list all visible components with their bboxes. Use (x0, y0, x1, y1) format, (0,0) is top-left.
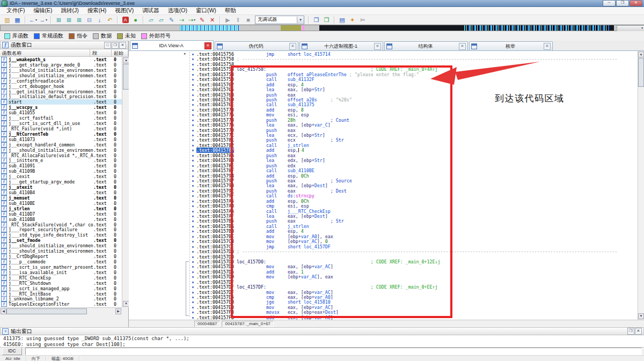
function-row[interactable]: fj___isa_available_init.text0 (0, 270, 122, 275)
disasm-line[interactable]: .text:004157FB add ecx, [ebp+var_AC] (196, 315, 636, 320)
close-button[interactable]: ✕ (630, 0, 642, 6)
function-row[interactable]: fj__initterm_e.text0 (0, 158, 122, 164)
function-row[interactable]: fj__get_initial_narrow_environment.text0 (0, 89, 122, 94)
debugger-pause-button[interactable]: ‖ (233, 16, 243, 24)
functions-horizontal-scrollbar[interactable]: ◀ ▶ (0, 307, 122, 314)
function-row[interactable]: f_RTC_AllocaFailure(void *,_RTC_ALLOCA_.… (0, 153, 122, 158)
tab-structures[interactable]: 结构体✕ (384, 41, 468, 50)
add-chart-icon[interactable]: ▱ (147, 16, 156, 24)
tab-enums[interactable]: 枚举✕ (469, 41, 553, 50)
patch-icon[interactable]: ✎ (197, 16, 207, 24)
column-function-name[interactable]: 函数名称 (0, 49, 90, 57)
function-row[interactable]: fj__wmakepath_s.text0 (0, 57, 122, 62)
function-row[interactable]: fj__configthreadlocale.text0 (0, 78, 122, 84)
minimize-button[interactable]: ─ (603, 0, 616, 6)
step-over-icon[interactable]: ⇢ (177, 16, 186, 24)
function-row[interactable]: fj_unknown_libname_2.text0 (0, 296, 122, 301)
tab-hex-view-1[interactable]: 十六进制视图-1✕ (299, 41, 383, 50)
function-row[interactable]: fj___should_initialize_environment_2.tex… (0, 148, 122, 153)
function-row[interactable]: fj__atexit.text0 (0, 185, 122, 190)
function-row[interactable]: fj___crt_debugger_hook.text0 (0, 84, 122, 89)
debugger-play-button[interactable]: ▶ (223, 16, 232, 24)
output-float-button[interactable]: ❐ (627, 328, 634, 335)
debugger-select[interactable]: 无调试器▾ (255, 16, 304, 24)
title-bar[interactable]: IDA - reverse_3.exe C:\Users\jjr\Downloa… (0, 0, 644, 7)
open-file-button[interactable]: ▥ (3, 16, 12, 24)
function-row[interactable]: fj___get_startup_argv_mode_0.text0 (0, 62, 122, 68)
scroll-right-icon[interactable]: ▶ (115, 308, 121, 314)
column-segment[interactable]: 段 (90, 49, 112, 57)
function-row[interactable]: fsub_4110BE.text0 (0, 201, 122, 206)
function-row[interactable]: fj___should_initialize_environment_4.tex… (0, 248, 122, 254)
function-row[interactable]: fj___should_initialize_environment_1.tex… (0, 243, 122, 248)
column-start[interactable]: 起始 (112, 49, 128, 57)
scroll-thumb[interactable] (638, 58, 644, 87)
function-row[interactable]: fj___get_startup_argv_mode.text0 (0, 179, 122, 185)
command-input[interactable] (25, 348, 642, 355)
menu-edit[interactable]: 编辑(E) (29, 7, 56, 14)
function-row[interactable]: fsub_411073.text0 (0, 137, 122, 142)
tab-ida-view-a[interactable]: IDA View-A✕ (130, 40, 214, 50)
function-row[interactable]: fj_memset.text0 (0, 195, 122, 201)
step-into-icon[interactable]: ⇢▾ (187, 16, 196, 24)
function-row[interactable]: fsub_41109B.text0 (0, 168, 122, 174)
function-row[interactable]: f_RTC_StackFailure(void *,char const *).… (0, 222, 122, 227)
function-row[interactable]: fj__NtCurrentTeb.text0 (0, 131, 122, 137)
function-row[interactable]: fj__cexit.text0 (0, 174, 122, 179)
function-row[interactable]: fj___p__commode.text0 (0, 259, 122, 264)
panel-restore-button[interactable]: □ (104, 42, 111, 49)
add-graph-icon[interactable]: ▱ (157, 16, 166, 24)
debugger-stop-button[interactable]: ■ (244, 16, 253, 24)
tab-close-icon[interactable]: ✕ (204, 42, 211, 49)
function-row[interactable]: fj___should_initialize_environment_0.tex… (0, 73, 122, 78)
function-row[interactable]: fj__set_fmode.text0 (0, 238, 122, 243)
function-row[interactable]: fj___std_type_info_destroy_list.text0 (0, 232, 122, 238)
function-row[interactable]: fsub_4110D7.text0 (0, 211, 122, 217)
function-row[interactable]: fj__except_handler4_common.text0 (0, 142, 122, 148)
function-row[interactable]: fj___scrt_fastfail.text0 (0, 115, 122, 121)
function-row[interactable]: fj___scrt_is_ucrt_dll_in_use.text0 (0, 121, 122, 126)
scroll-down-icon[interactable]: ▼ (638, 313, 644, 319)
jump-by-name-icon[interactable]: ⊞ (64, 16, 74, 24)
function-row[interactable]: f_RTC_Failure(void *,int).text0 (0, 126, 122, 131)
functions-vertical-scrollbar[interactable]: ▲ ▼ (122, 57, 129, 307)
jump-to-segment-icon[interactable]: ⊞ (75, 16, 84, 24)
navigate-forward-button[interactable]: →▾ (39, 16, 48, 24)
function-row[interactable]: fsub_4110B4.text0 (0, 190, 122, 195)
menu-view[interactable]: 视图(V) (111, 7, 138, 14)
output-panel-header[interactable]: ≡ 输出窗口 ❐✕ (0, 327, 644, 335)
function-row[interactable]: fj___initialize_default_precision.text0 (0, 94, 122, 99)
function-row[interactable]: fstart.text0 (0, 99, 122, 105)
undo-icon[interactable]: ↶ (105, 16, 114, 24)
active-window-icon[interactable]: ❐ (322, 16, 331, 24)
menu-windows[interactable]: 窗口(W) (192, 7, 221, 14)
function-row[interactable]: fsub_411055.text0 (0, 110, 122, 115)
menu-search[interactable]: 搜索(H) (83, 7, 111, 14)
edit-function-icon[interactable]: ✎ (167, 16, 176, 24)
desktop-icon[interactable]: ▤ (338, 16, 347, 24)
disassembly-vertical-scrollbar[interactable]: ▲ ▼ (638, 51, 644, 320)
tab-close-icon[interactable]: ✕ (544, 43, 551, 50)
panel-close-button[interactable]: ✕ (119, 42, 126, 49)
function-row[interactable]: fj___RTC_Shutdown.text0 (0, 281, 122, 286)
tab-close-icon[interactable]: ✕ (374, 43, 381, 50)
run-indicator-icon[interactable]: ● (131, 16, 140, 24)
panel-float-button[interactable]: ❐ (112, 42, 119, 49)
maximize-button[interactable]: ❐ (616, 0, 629, 6)
user-icon[interactable]: ✦ (348, 16, 357, 24)
cancel-icon[interactable]: ✕ (208, 16, 217, 24)
tab-close-icon[interactable]: ✕ (459, 43, 466, 50)
idc-button[interactable]: IDC (2, 348, 22, 355)
function-row[interactable]: fj__CrtDbgReport.text0 (0, 254, 122, 259)
attach-window-icon[interactable]: ❐ (312, 16, 321, 24)
snippets-icon[interactable]: ✄ (358, 16, 367, 24)
function-row[interactable]: fTopLevelExceptionFilter.text0 (0, 301, 122, 307)
disasm-line[interactable]: .text:00415758 ; -----------------------… (196, 57, 636, 62)
disassembly-view[interactable]: ▸ .text:00415756 jmp short loc_415714.te… (129, 51, 644, 320)
menu-debugger[interactable]: 调试器 (138, 7, 164, 14)
function-row[interactable]: fsub_4110B8.text0 (0, 217, 122, 222)
function-row[interactable]: fj___should_initialize_environment_3.tex… (0, 68, 122, 73)
function-list[interactable]: fj__wmakepath_s.text0fj___get_startup_ar… (0, 57, 122, 307)
output-lines[interactable]: 411375: using guessed type _DWORD sub_41… (0, 335, 644, 348)
navigate-back-button[interactable]: ←▾ (28, 16, 38, 24)
